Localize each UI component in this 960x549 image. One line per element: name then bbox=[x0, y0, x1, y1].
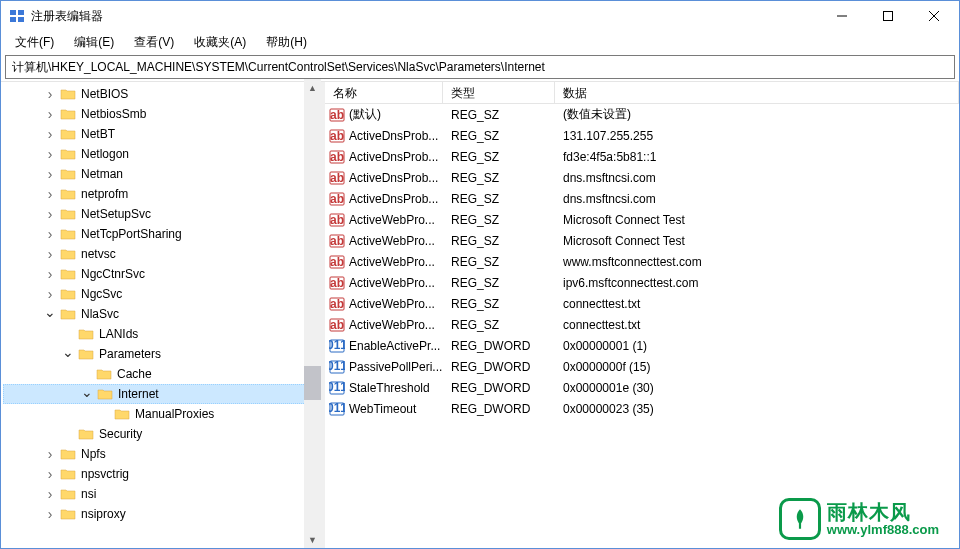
tree-item[interactable]: ›Npfs bbox=[3, 444, 320, 464]
chevron-right-icon[interactable]: › bbox=[43, 207, 57, 221]
tree-item[interactable]: ›NetSetupSvc bbox=[3, 204, 320, 224]
chevron-right-icon[interactable]: › bbox=[43, 247, 57, 261]
col-name[interactable]: 名称 bbox=[325, 82, 443, 103]
chevron-right-icon[interactable]: › bbox=[43, 447, 57, 461]
value-row[interactable]: abActiveDnsProb...REG_SZfd3e:4f5a:5b81::… bbox=[325, 146, 959, 167]
chevron-right-icon[interactable]: › bbox=[43, 507, 57, 521]
menu-help[interactable]: 帮助(H) bbox=[258, 32, 315, 53]
value-type-cell: REG_SZ bbox=[443, 234, 555, 248]
tree-scrollbar[interactable]: ▲ ▼ bbox=[304, 79, 321, 548]
minimize-button[interactable] bbox=[819, 1, 865, 31]
chevron-right-icon[interactable]: › bbox=[43, 227, 57, 241]
menu-favorites[interactable]: 收藏夹(A) bbox=[186, 32, 254, 53]
scroll-track[interactable] bbox=[304, 96, 321, 531]
tree-item[interactable]: ›NgcSvc bbox=[3, 284, 320, 304]
value-name-cell: 011EnableActivePr... bbox=[325, 338, 443, 354]
value-row[interactable]: abActiveWebPro...REG_SZMicrosoft Connect… bbox=[325, 209, 959, 230]
tree-item[interactable]: Security bbox=[3, 424, 320, 444]
scroll-thumb[interactable] bbox=[304, 366, 321, 401]
chevron-right-icon[interactable]: › bbox=[43, 147, 57, 161]
chevron-right-icon[interactable]: › bbox=[43, 127, 57, 141]
col-data[interactable]: 数据 bbox=[555, 82, 959, 103]
tree-item-label: NetTcpPortSharing bbox=[79, 226, 184, 242]
chevron-right-icon[interactable]: › bbox=[43, 487, 57, 501]
tree-item[interactable]: Cache bbox=[3, 364, 320, 384]
svg-text:ab: ab bbox=[330, 171, 344, 185]
tree-item-label: Internet bbox=[116, 386, 161, 402]
tree-item-label: Security bbox=[97, 426, 144, 442]
value-row[interactable]: abActiveDnsProb...REG_SZdns.msftncsi.com bbox=[325, 188, 959, 209]
value-row[interactable]: abActiveWebPro...REG_SZconnecttest.txt bbox=[325, 293, 959, 314]
chevron-right-icon[interactable]: › bbox=[43, 167, 57, 181]
chevron-right-icon[interactable]: › bbox=[43, 187, 57, 201]
scroll-up-icon[interactable]: ▲ bbox=[304, 79, 321, 96]
tree-pane[interactable]: ›NetBIOS›NetbiosSmb›NetBT›Netlogon›Netma… bbox=[1, 82, 321, 548]
maximize-button[interactable] bbox=[865, 1, 911, 31]
address-bar[interactable]: 计算机\HKEY_LOCAL_MACHINE\SYSTEM\CurrentCon… bbox=[5, 55, 955, 79]
tree-item-label: NetbiosSmb bbox=[79, 106, 148, 122]
tree-item[interactable]: ›nsi bbox=[3, 484, 320, 504]
svg-text:ab: ab bbox=[330, 192, 344, 206]
value-row[interactable]: abActiveWebPro...REG_SZMicrosoft Connect… bbox=[325, 230, 959, 251]
tree-item[interactable]: ⌄Parameters bbox=[3, 344, 320, 364]
menu-file[interactable]: 文件(F) bbox=[7, 32, 62, 53]
watermark-en: www.ylmf888.com bbox=[827, 523, 939, 537]
value-row[interactable]: abActiveWebPro...REG_SZconnecttest.txt bbox=[325, 314, 959, 335]
tree-item[interactable]: ›NetBIOS bbox=[3, 84, 320, 104]
value-row[interactable]: abActiveWebPro...REG_SZipv6.msftconnectt… bbox=[325, 272, 959, 293]
tree-item-label: Netlogon bbox=[79, 146, 131, 162]
tree-item[interactable]: ›netvsc bbox=[3, 244, 320, 264]
tree-item[interactable]: LANIds bbox=[3, 324, 320, 344]
value-name-cell: abActiveWebPro... bbox=[325, 254, 443, 270]
svg-text:011: 011 bbox=[329, 401, 345, 415]
menu-view[interactable]: 查看(V) bbox=[126, 32, 182, 53]
chevron-down-icon[interactable]: ⌄ bbox=[61, 345, 75, 359]
tree-item[interactable]: ›NetTcpPortSharing bbox=[3, 224, 320, 244]
tree-item[interactable]: ›nsiproxy bbox=[3, 504, 320, 524]
tree-item[interactable]: ›NetBT bbox=[3, 124, 320, 144]
chevron-right-icon[interactable]: › bbox=[43, 87, 57, 101]
value-row[interactable]: 011PassivePollPeri...REG_DWORD0x0000000f… bbox=[325, 356, 959, 377]
tree-item-label: Parameters bbox=[97, 346, 163, 362]
tree-item[interactable]: ›Netman bbox=[3, 164, 320, 184]
value-type-cell: REG_SZ bbox=[443, 171, 555, 185]
value-row[interactable]: ab(默认)REG_SZ(数值未设置) bbox=[325, 104, 959, 125]
chevron-down-icon[interactable]: ⌄ bbox=[43, 305, 57, 319]
tree-item-label: NgcCtnrSvc bbox=[79, 266, 147, 282]
value-name-cell: abActiveDnsProb... bbox=[325, 191, 443, 207]
value-row[interactable]: abActiveDnsProb...REG_SZdns.msftncsi.com bbox=[325, 167, 959, 188]
tree-item[interactable]: ManualProxies bbox=[3, 404, 320, 424]
chevron-right-icon[interactable]: › bbox=[43, 467, 57, 481]
value-row[interactable]: abActiveWebPro...REG_SZwww.msftconnectte… bbox=[325, 251, 959, 272]
chevron-right-icon[interactable]: › bbox=[43, 107, 57, 121]
tree-item-label: Npfs bbox=[79, 446, 108, 462]
chevron-right-icon[interactable]: › bbox=[43, 287, 57, 301]
value-pane[interactable]: 名称 类型 数据 ab(默认)REG_SZ(数值未设置)abActiveDnsP… bbox=[325, 82, 959, 548]
menubar: 文件(F) 编辑(E) 查看(V) 收藏夹(A) 帮助(H) bbox=[1, 31, 959, 53]
value-row[interactable]: abActiveDnsProb...REG_SZ131.107.255.255 bbox=[325, 125, 959, 146]
value-name-cell: ab(默认) bbox=[325, 106, 443, 123]
tree-item-label: netvsc bbox=[79, 246, 118, 262]
tree-item[interactable]: ⌄Internet bbox=[3, 384, 320, 404]
chevron-right-icon[interactable]: › bbox=[43, 267, 57, 281]
scroll-down-icon[interactable]: ▼ bbox=[304, 531, 321, 548]
tree-item[interactable]: ›netprofm bbox=[3, 184, 320, 204]
value-row[interactable]: 011EnableActivePr...REG_DWORD0x00000001 … bbox=[325, 335, 959, 356]
tree-item[interactable]: ›NetbiosSmb bbox=[3, 104, 320, 124]
value-name-cell: abActiveDnsProb... bbox=[325, 128, 443, 144]
tree-item[interactable]: ›npsvctrig bbox=[3, 464, 320, 484]
menu-edit[interactable]: 编辑(E) bbox=[66, 32, 122, 53]
value-type-cell: REG_DWORD bbox=[443, 339, 555, 353]
tree-item-label: NlaSvc bbox=[79, 306, 121, 322]
tree-item[interactable]: ›Netlogon bbox=[3, 144, 320, 164]
tree-item[interactable]: ›NgcCtnrSvc bbox=[3, 264, 320, 284]
value-row[interactable]: 011WebTimeoutREG_DWORD0x00000023 (35) bbox=[325, 398, 959, 419]
value-data-cell: 131.107.255.255 bbox=[555, 129, 959, 143]
tree-item[interactable]: ⌄NlaSvc bbox=[3, 304, 320, 324]
close-button[interactable] bbox=[911, 1, 957, 31]
value-row[interactable]: 011StaleThresholdREG_DWORD0x0000001e (30… bbox=[325, 377, 959, 398]
col-type[interactable]: 类型 bbox=[443, 82, 555, 103]
chevron-down-icon[interactable]: ⌄ bbox=[80, 385, 94, 399]
value-name-cell: 011StaleThreshold bbox=[325, 380, 443, 396]
value-type-cell: REG_SZ bbox=[443, 192, 555, 206]
